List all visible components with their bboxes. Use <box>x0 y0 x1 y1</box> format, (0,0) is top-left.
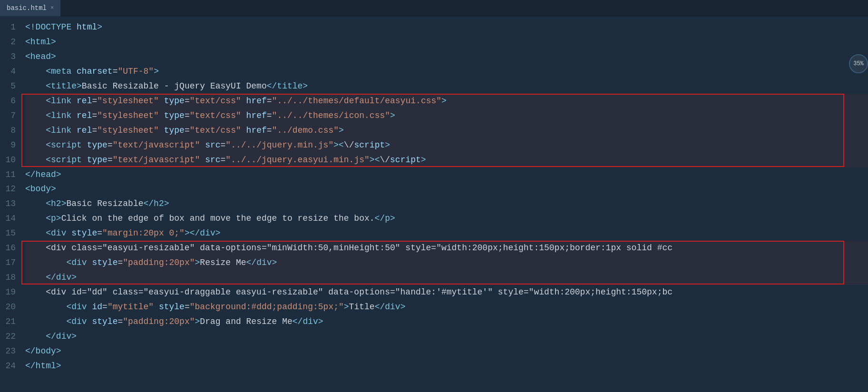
code-text: <link rel="stylesheet" type="text/css" h… <box>25 94 447 108</box>
code-text: <title>Basic Resizable - jQuery EasyUI D… <box>25 79 308 94</box>
code-line: <script type="text/javascript" src="../.… <box>25 138 868 153</box>
code-text: <div id="mytitle" style="background:#ddd… <box>25 300 405 314</box>
line-number: 24 <box>0 359 16 373</box>
line-number: 2 <box>0 35 16 49</box>
code-line: <link rel="stylesheet" type="text/css" h… <box>25 123 868 138</box>
line-number: 11 <box>0 167 16 182</box>
tab-close-button[interactable]: × <box>50 5 54 11</box>
code-line: <link rel="stylesheet" type="text/css" h… <box>25 108 868 123</box>
line-number: 9 <box>0 138 16 153</box>
code-wrapper: <!DOCTYPE html><html><head> <meta charse… <box>21 16 868 392</box>
code-text: <!DOCTYPE html> <box>25 20 102 35</box>
code-text: <script type="text/javascript" src="../.… <box>25 153 426 167</box>
code-line: <html> <box>25 35 868 49</box>
code-line: <head> <box>25 49 868 64</box>
code-line: </body> <box>25 344 868 359</box>
line-number: 13 <box>0 196 16 211</box>
code-text: <meta charset="UTF-8"> <box>25 64 159 79</box>
code-text: </div> <box>25 329 77 344</box>
code-text: </head> <box>25 167 61 182</box>
line-numbers: 123456789101112131415161718192021222324 <box>0 16 21 392</box>
code-line: <div class="easyui-resizable" data-optio… <box>25 241 868 255</box>
code-text: </div> <box>25 270 77 285</box>
code-line: <h2>Basic Resizable</h2> <box>25 196 868 211</box>
line-number: 1 <box>0 20 16 35</box>
line-number: 7 <box>0 108 16 123</box>
code-text: </html> <box>25 359 61 373</box>
code-text: <div id="dd" class="easyui-draggable eas… <box>25 285 673 300</box>
line-number: 18 <box>0 270 16 285</box>
line-number: 23 <box>0 344 16 359</box>
tab-filename: basic.html <box>7 4 47 12</box>
line-number: 20 <box>0 300 16 314</box>
code-line: <script type="text/javascript" src="../.… <box>25 153 868 167</box>
line-number: 6 <box>0 94 16 108</box>
code-line: <link rel="stylesheet" type="text/css" h… <box>25 94 868 108</box>
code-text: <div style="padding:20px">Drag and Resiz… <box>25 314 323 329</box>
line-number: 22 <box>0 329 16 344</box>
tab-bar: basic.html × <box>0 0 868 16</box>
line-number: 4 <box>0 64 16 79</box>
code-line: <body> <box>25 182 868 196</box>
code-line: <p>Click on the edge of box and move the… <box>25 211 868 226</box>
code-line: <div id="mytitle" style="background:#ddd… <box>25 300 868 314</box>
line-number: 10 <box>0 153 16 167</box>
code-line: <div style="margin:20px 0;"></div> <box>25 226 868 241</box>
line-number: 12 <box>0 182 16 196</box>
code-text: <body> <box>25 182 56 196</box>
code-text: <link rel="stylesheet" type="text/css" h… <box>25 108 395 123</box>
line-number: 17 <box>0 255 16 270</box>
line-number: 3 <box>0 49 16 64</box>
code-text: <p>Click on the edge of box and move the… <box>25 211 395 226</box>
line-number: 14 <box>0 211 16 226</box>
code-text: </body> <box>25 344 61 359</box>
code-line: </div> <box>25 329 868 344</box>
code-text: <html> <box>25 35 56 49</box>
scroll-percentage: 35% <box>849 54 868 73</box>
code-line: <meta charset="UTF-8"> <box>25 64 868 79</box>
line-number: 19 <box>0 285 16 300</box>
code-line: </div> <box>25 270 868 285</box>
code-text: <head> <box>25 49 56 64</box>
code-text: <link rel="stylesheet" type="text/css" h… <box>25 123 344 138</box>
code-text: <div style="margin:20px 0;"></div> <box>25 226 221 241</box>
code-line: <title>Basic Resizable - jQuery EasyUI D… <box>25 79 868 94</box>
line-number: 5 <box>0 79 16 94</box>
code-content[interactable]: <!DOCTYPE html><html><head> <meta charse… <box>21 16 868 377</box>
line-number: 8 <box>0 123 16 138</box>
code-line: </html> <box>25 359 868 373</box>
code-text: <div style="padding:20px">Resize Me</div… <box>25 255 277 270</box>
code-line: </head> <box>25 167 868 182</box>
line-number: 21 <box>0 314 16 329</box>
line-number: 15 <box>0 226 16 241</box>
code-text: <h2>Basic Resizable</h2> <box>25 196 169 211</box>
code-line: <div style="padding:20px">Resize Me</div… <box>25 255 868 270</box>
file-tab[interactable]: basic.html × <box>0 0 61 16</box>
code-text: <div class="easyui-resizable" data-optio… <box>25 241 673 255</box>
code-area: 123456789101112131415161718192021222324 … <box>0 16 868 392</box>
code-line: <!DOCTYPE html> <box>25 20 868 35</box>
code-text: <script type="text/javascript" src="../.… <box>25 138 390 153</box>
code-line: <div id="dd" class="easyui-draggable eas… <box>25 285 868 300</box>
code-line: <div style="padding:20px">Drag and Resiz… <box>25 314 868 329</box>
line-number: 16 <box>0 241 16 255</box>
